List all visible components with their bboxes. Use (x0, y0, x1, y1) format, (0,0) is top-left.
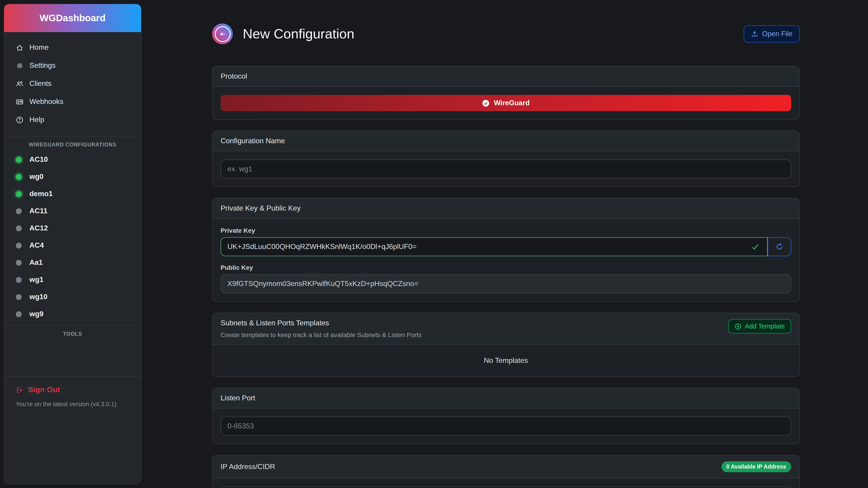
divider (4, 325, 141, 326)
plus-circle-icon (735, 323, 741, 330)
sidebar-item-home[interactable]: Home (4, 38, 141, 57)
keys-card-header: Private Key & Public Key (213, 198, 799, 219)
status-dot (16, 208, 22, 214)
add-template-label: Add Template (745, 323, 785, 330)
configuration-name: AC4 (29, 241, 44, 250)
configuration-list: AC10 wg0 demo1 AC11 AC12 AC4 (4, 151, 141, 323)
public-key-input[interactable] (221, 274, 791, 293)
sidebar: WGDashboard Home Settings Clients Webhoo… (4, 4, 142, 484)
configuration-item[interactable]: AC11 (4, 202, 141, 220)
status-dot (16, 260, 22, 265)
sidebar-item-label: Help (29, 116, 44, 124)
listen-port-input[interactable] (221, 417, 791, 435)
status-dot (16, 191, 22, 197)
tool-item[interactable] (4, 340, 141, 350)
tool-item[interactable] (4, 360, 141, 370)
keys-card-title: Private Key & Public Key (221, 204, 301, 213)
configuration-name-header: Configuration Name (213, 131, 799, 151)
configuration-name: demo1 (29, 190, 53, 198)
sidebar-item-webhooks[interactable]: Webhooks (4, 93, 141, 111)
configuration-name: wg10 (29, 293, 48, 301)
status-dot (16, 311, 22, 317)
add-template-button[interactable]: Add Template (728, 319, 791, 333)
sidebar-item-clients[interactable]: Clients (4, 74, 141, 93)
back-ring (215, 26, 230, 42)
page-title: New Configuration (243, 26, 744, 41)
postcard-icon (16, 98, 24, 105)
main-content: New Configuration Open File Protocol Wir… (212, 0, 800, 488)
app-brand: WGDashboard (4, 4, 141, 32)
sidebar-item-label: Clients (29, 79, 52, 88)
configuration-item[interactable]: wg1 (4, 271, 141, 288)
open-file-label: Open File (762, 30, 793, 38)
configurations-heading: WIREGUARD CONFIGURATIONS (4, 142, 141, 147)
home-icon (16, 43, 24, 51)
configuration-name: AC12 (29, 224, 48, 232)
sidebar-item-label: Settings (29, 61, 56, 70)
configuration-name-input[interactable] (221, 160, 791, 178)
app: WGDashboard Home Settings Clients Webhoo… (0, 0, 868, 488)
configuration-name: AC11 (29, 207, 48, 215)
status-dot (16, 174, 22, 180)
tools-list (4, 340, 141, 370)
configuration-name: AC10 (29, 156, 48, 164)
protocol-wireguard-button[interactable]: WireGuard (221, 95, 791, 111)
configuration-name-card: Configuration Name (212, 131, 800, 187)
available-ip-badge: 0 Available IP Address (721, 461, 791, 472)
status-dot (16, 277, 22, 283)
sidebar-item-settings[interactable]: Settings (4, 57, 141, 74)
arrow-left-icon (219, 31, 226, 37)
configuration-item[interactable]: wg10 (4, 288, 141, 305)
configuration-name: wg0 (29, 173, 43, 181)
gear-icon (16, 62, 24, 69)
listen-port-body (213, 409, 799, 444)
keys-card-body: Private Key Public Key (213, 219, 799, 301)
configuration-name: Aa1 (29, 258, 43, 267)
private-key-label: Private Key (221, 227, 791, 234)
tools-heading: TOOLS (4, 331, 141, 337)
configuration-item[interactable]: AC12 (4, 220, 141, 237)
configuration-item[interactable]: AC10 (4, 151, 141, 168)
configuration-item[interactable]: demo1 (4, 185, 141, 202)
templates-card: Subnets & Listen Ports Templates Create … (212, 313, 800, 377)
main-nav: Home Settings Clients Webhooks Help (4, 32, 141, 133)
ip-address-title: IP Address/CIDR (221, 463, 275, 471)
configuration-name: wg9 (29, 310, 43, 318)
sign-out-icon (16, 386, 24, 394)
upload-icon (751, 30, 758, 37)
sign-out-button[interactable]: Sign Out (4, 380, 141, 396)
open-file-button[interactable]: Open File (744, 25, 800, 42)
sidebar-item-help[interactable]: Help (4, 111, 141, 129)
configuration-name-title: Configuration Name (221, 137, 285, 145)
tool-item[interactable] (4, 350, 141, 360)
divider (4, 136, 141, 136)
status-dot (16, 294, 22, 300)
listen-port-title: Listen Port (221, 394, 255, 402)
ip-address-input[interactable] (221, 487, 791, 488)
no-templates-text: No Templates (221, 353, 791, 368)
private-key-row (221, 237, 791, 256)
ip-address-header: IP Address/CIDR 0 Available IP Address (213, 455, 799, 479)
question-circle-icon (16, 116, 24, 124)
status-dot (16, 242, 22, 248)
templates-card-title: Subnets & Listen Ports Templates (221, 319, 422, 327)
divider (4, 377, 141, 377)
ip-address-card: IP Address/CIDR 0 Available IP Address (212, 455, 800, 488)
configuration-item[interactable]: AC4 (4, 237, 141, 254)
valid-check-icon (751, 242, 760, 251)
private-key-input[interactable] (221, 237, 768, 256)
configuration-item[interactable]: wg9 (4, 305, 141, 323)
back-button[interactable] (212, 24, 233, 44)
regenerate-key-button[interactable] (768, 237, 792, 256)
status-dot (16, 225, 22, 231)
sidebar-item-label: Home (29, 43, 49, 52)
keys-card: Private Key & Public Key Private Key Pub… (212, 198, 800, 302)
sign-out-label: Sign Out (28, 385, 60, 394)
people-icon (16, 80, 24, 88)
protocol-card-header: Protocol (213, 66, 799, 87)
sidebar-item-label: Webhooks (29, 98, 64, 106)
configuration-item[interactable]: wg0 (4, 168, 141, 185)
wireguard-label: WireGuard (494, 99, 530, 107)
templates-header-text: Subnets & Listen Ports Templates Create … (221, 319, 422, 338)
configuration-item[interactable]: Aa1 (4, 254, 141, 271)
